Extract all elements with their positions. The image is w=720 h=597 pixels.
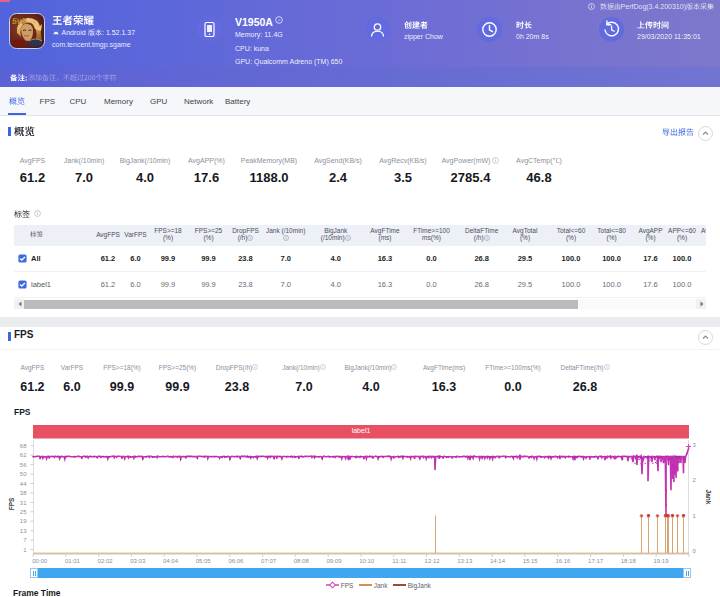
svg-text:11:11: 11:11 (392, 558, 407, 564)
svg-text:19:19: 19:19 (653, 558, 669, 564)
svg-text:50: 50 (20, 471, 27, 477)
svg-text:06:06: 06:06 (228, 558, 244, 564)
svg-text:04:04: 04:04 (163, 558, 179, 564)
svg-text:62: 62 (20, 452, 27, 458)
svg-text:10:10: 10:10 (359, 558, 375, 564)
svg-text:7: 7 (23, 537, 27, 543)
svg-text:16:16: 16:16 (555, 558, 571, 564)
svg-text:01:01: 01:01 (65, 558, 81, 564)
svg-text:08:08: 08:08 (294, 558, 310, 564)
svg-text:05:05: 05:05 (196, 558, 212, 564)
svg-text:44: 44 (20, 481, 27, 487)
svg-text:1: 1 (23, 547, 27, 553)
svg-text:02:02: 02:02 (98, 558, 114, 564)
svg-text:5v5: 5v5 (12, 16, 26, 26)
svg-text:0: 0 (693, 548, 697, 554)
svg-text:1: 1 (693, 513, 697, 519)
svg-text:12:12: 12:12 (425, 558, 441, 564)
svg-text:13: 13 (20, 528, 27, 534)
svg-text:3: 3 (693, 442, 697, 448)
svg-text:68: 68 (20, 443, 27, 449)
svg-text:03:03: 03:03 (130, 558, 146, 564)
svg-text:13:13: 13:13 (457, 558, 473, 564)
svg-text:38: 38 (20, 490, 27, 496)
svg-text:2: 2 (693, 477, 697, 483)
svg-text:09:09: 09:09 (326, 558, 342, 564)
svg-text:31: 31 (20, 500, 27, 506)
svg-text:FPS: FPS (8, 497, 15, 510)
svg-text:07:07: 07:07 (261, 558, 277, 564)
svg-text:56: 56 (20, 462, 27, 468)
svg-text:00:00: 00:00 (32, 558, 48, 564)
svg-text:17:17: 17:17 (588, 558, 604, 564)
svg-text:18:18: 18:18 (621, 558, 637, 564)
svg-text:25: 25 (20, 509, 27, 515)
svg-text:19: 19 (20, 518, 27, 524)
svg-text:label1: label1 (352, 427, 371, 434)
svg-text:14:14: 14:14 (490, 558, 506, 564)
svg-text:Jank: Jank (705, 490, 712, 505)
svg-text:15:15: 15:15 (523, 558, 539, 564)
